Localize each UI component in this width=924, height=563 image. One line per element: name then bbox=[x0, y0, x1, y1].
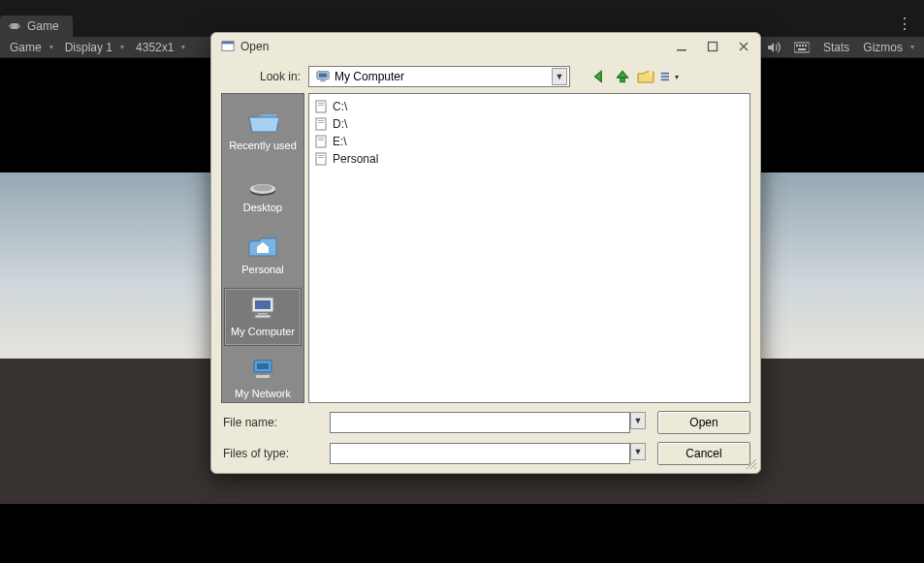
network-icon bbox=[247, 357, 278, 384]
svg-rect-34 bbox=[318, 105, 324, 106]
place-label: My Network bbox=[235, 388, 291, 399]
game-tab-label: Game bbox=[27, 19, 59, 33]
svg-rect-18 bbox=[661, 73, 669, 75]
filename-input[interactable] bbox=[331, 416, 629, 429]
home-folder-icon bbox=[247, 233, 278, 260]
svg-rect-30 bbox=[260, 373, 266, 375]
svg-rect-37 bbox=[318, 122, 324, 123]
svg-rect-25 bbox=[255, 300, 271, 309]
resize-grip[interactable] bbox=[744, 456, 757, 470]
file-label: D:\ bbox=[333, 117, 347, 131]
svg-rect-3 bbox=[794, 43, 810, 52]
computer-icon bbox=[247, 295, 278, 322]
minimize-button[interactable] bbox=[675, 40, 688, 53]
place-recently-used[interactable]: Recently used bbox=[224, 102, 302, 160]
svg-point-17 bbox=[649, 71, 653, 75]
place-label: Recently used bbox=[229, 140, 297, 151]
keyboard-icon[interactable] bbox=[788, 42, 815, 53]
svg-rect-4 bbox=[796, 45, 798, 47]
viewport-black-bottom bbox=[0, 504, 924, 563]
svg-rect-11 bbox=[677, 49, 686, 51]
svg-rect-20 bbox=[661, 79, 669, 81]
up-button[interactable] bbox=[613, 67, 632, 86]
svg-rect-38 bbox=[316, 136, 326, 147]
cancel-button[interactable]: Cancel bbox=[657, 442, 750, 465]
file-label: C:\ bbox=[333, 100, 347, 113]
file-label: Personal bbox=[333, 152, 378, 166]
svg-rect-35 bbox=[316, 118, 326, 130]
file-item[interactable]: D:\ bbox=[315, 115, 744, 133]
svg-rect-14 bbox=[319, 74, 328, 78]
folder-icon bbox=[315, 152, 329, 166]
dialog-app-icon bbox=[221, 40, 235, 53]
svg-rect-32 bbox=[316, 101, 326, 112]
place-desktop[interactable]: Desktop bbox=[224, 164, 302, 222]
svg-rect-7 bbox=[805, 45, 807, 47]
dialog-title: Open bbox=[240, 40, 269, 53]
filetype-input[interactable] bbox=[331, 447, 629, 460]
place-my-computer[interactable]: My Computer bbox=[224, 288, 302, 346]
drive-icon bbox=[315, 117, 329, 131]
svg-rect-6 bbox=[802, 45, 804, 47]
display-dropdown[interactable]: Display 1 bbox=[59, 37, 130, 57]
view-menu-button[interactable]: ▾ bbox=[659, 67, 679, 86]
lookin-combo[interactable]: ▼ bbox=[308, 66, 570, 87]
gizmos-dropdown[interactable]: Gizmos bbox=[857, 41, 920, 54]
open-button[interactable]: Open bbox=[657, 411, 750, 434]
place-label: Desktop bbox=[243, 202, 282, 213]
file-label: E:\ bbox=[333, 135, 347, 148]
drive-icon bbox=[315, 100, 329, 113]
svg-rect-31 bbox=[256, 375, 270, 378]
file-item[interactable]: E:\ bbox=[315, 133, 744, 150]
place-my-network[interactable]: My Network bbox=[224, 350, 302, 408]
svg-rect-43 bbox=[318, 157, 324, 158]
dialog-titlebar[interactable]: Open bbox=[211, 33, 760, 60]
file-item[interactable]: C:\ bbox=[315, 98, 744, 115]
svg-rect-8 bbox=[798, 48, 806, 50]
filetype-label: Files of type: bbox=[221, 447, 318, 460]
places-sidebar: Recently used Desktop Personal My Comput… bbox=[221, 93, 304, 403]
svg-rect-12 bbox=[709, 43, 717, 51]
place-label: My Computer bbox=[231, 326, 295, 337]
svg-rect-40 bbox=[318, 140, 324, 141]
tabbar-overflow-icon[interactable]: ⋮ bbox=[885, 11, 924, 37]
file-item[interactable]: Personal bbox=[315, 150, 744, 168]
lookin-arrow-icon[interactable]: ▼ bbox=[552, 68, 567, 85]
game-tab-icon bbox=[8, 21, 21, 31]
back-button[interactable] bbox=[589, 67, 609, 86]
svg-point-23 bbox=[253, 185, 272, 192]
svg-rect-1 bbox=[9, 24, 12, 28]
svg-rect-16 bbox=[621, 78, 625, 82]
svg-rect-5 bbox=[799, 45, 801, 47]
filename-label: File name: bbox=[221, 416, 318, 429]
close-button[interactable] bbox=[737, 40, 750, 53]
svg-rect-19 bbox=[661, 76, 669, 78]
maximize-button[interactable] bbox=[706, 40, 719, 53]
lookin-value[interactable] bbox=[335, 70, 552, 83]
filetype-arrow-icon[interactable]: ▼ bbox=[630, 443, 646, 460]
new-folder-button[interactable] bbox=[636, 67, 655, 86]
computer-icon bbox=[315, 70, 331, 83]
resolution-dropdown[interactable]: 4352x1 bbox=[130, 37, 191, 57]
svg-rect-33 bbox=[318, 103, 324, 104]
svg-rect-2 bbox=[16, 24, 20, 28]
audio-icon[interactable] bbox=[761, 42, 786, 53]
filename-arrow-icon[interactable]: ▼ bbox=[630, 412, 646, 429]
file-list[interactable]: C:\ D:\ E:\ Personal bbox=[308, 93, 750, 403]
svg-rect-15 bbox=[320, 80, 325, 82]
svg-rect-29 bbox=[257, 363, 269, 369]
drive-icon bbox=[315, 135, 329, 148]
stats-button[interactable]: Stats bbox=[817, 41, 855, 54]
game-dropdown[interactable]: Game bbox=[4, 37, 59, 57]
svg-rect-27 bbox=[255, 315, 271, 318]
svg-rect-42 bbox=[318, 155, 324, 156]
place-label: Personal bbox=[241, 264, 283, 275]
svg-rect-39 bbox=[318, 138, 324, 139]
svg-rect-10 bbox=[222, 42, 234, 45]
desktop-icon bbox=[247, 171, 278, 198]
game-tab[interactable]: Game bbox=[0, 16, 73, 37]
svg-rect-41 bbox=[316, 153, 326, 165]
open-file-dialog: Open Look in: ▼ ▾ Recently used bbox=[210, 32, 761, 474]
svg-rect-36 bbox=[318, 120, 324, 121]
place-personal[interactable]: Personal bbox=[224, 226, 302, 284]
